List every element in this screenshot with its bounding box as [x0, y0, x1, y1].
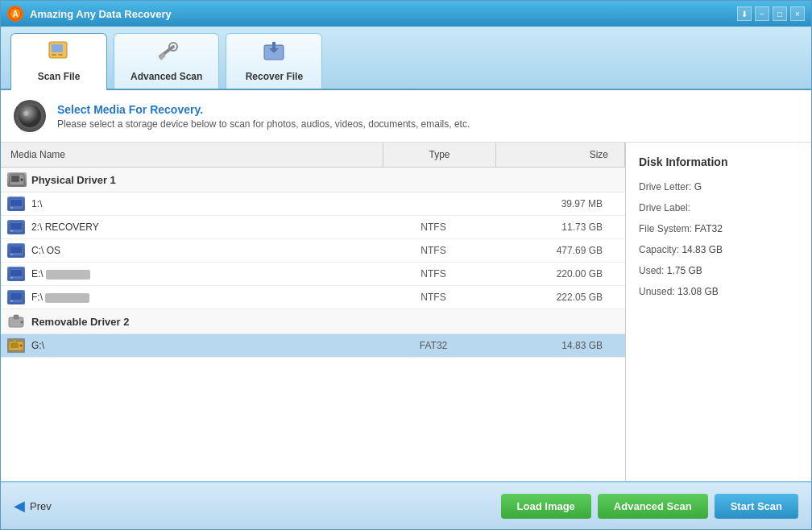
removable-drive-group-icon — [7, 314, 27, 329]
info-text: Select Media For Recovery. Please select… — [57, 103, 470, 130]
disk-info-capacity: Capacity: 14.83 GB — [639, 244, 798, 255]
drive-icon-e — [7, 267, 25, 281]
table-row[interactable]: 1:\ 39.97 MB — [1, 193, 625, 216]
footer: ◀ Prev Load Image Advanced Scan Start Sc… — [1, 481, 811, 529]
main-content: Select Media For Recovery. Please select… — [1, 90, 811, 481]
drive-icon-g — [7, 338, 25, 353]
table-row[interactable]: E:\ NTFS 220.00 GB — [1, 263, 625, 286]
load-image-button[interactable]: Load Image — [501, 494, 591, 519]
scan-file-icon — [46, 40, 72, 68]
recover-file-icon — [261, 40, 287, 68]
drive-icon-c — [7, 243, 25, 258]
table-row[interactable]: G:\ FAT32 14.83 GB — [1, 334, 625, 358]
drive-e-name: E:\ — [31, 268, 377, 279]
svg-rect-36 — [13, 340, 17, 343]
svg-point-16 — [21, 179, 23, 181]
table-body: Physical Driver 1 1:\ — [1, 168, 625, 481]
svg-rect-27 — [10, 270, 22, 276]
title-bar: A Amazing Any Data Recovery ⬇ − □ × — [1, 1, 811, 27]
maximize-button[interactable]: □ — [773, 6, 787, 21]
drive-icon-2 — [7, 220, 25, 234]
drive-2-type: NTFS — [377, 222, 490, 233]
svg-rect-3 — [52, 44, 63, 52]
drive-icon-f — [7, 290, 25, 304]
table-row[interactable]: F:\ NTFS 222.05 GB — [1, 286, 625, 309]
disk-info-panel: Disk Information Drive Letter: G Drive L… — [626, 143, 811, 481]
window-controls: ⬇ − □ × — [737, 6, 805, 21]
svg-point-34 — [21, 321, 23, 324]
svg-rect-4 — [52, 54, 56, 56]
svg-rect-24 — [10, 246, 22, 253]
file-list-panel: Media Name Type Size — [1, 143, 626, 481]
app-title: Amazing Any Data Recovery — [30, 8, 737, 20]
disk-info-drive-letter: Drive Letter: G — [639, 181, 798, 193]
drive-2-size: 11.73 GB — [490, 222, 619, 233]
tab-recover-file[interactable]: Recover File — [226, 33, 322, 89]
close-button[interactable]: × — [790, 6, 805, 21]
tab-scan-file-label: Scan File — [38, 71, 81, 82]
group-removable-driver-2-label: Removable Driver 2 — [31, 316, 129, 328]
disk-info-used: Used: 1.75 GB — [639, 265, 798, 276]
group-removable-driver-2: Removable Driver 2 — [1, 309, 625, 334]
svg-rect-25 — [10, 254, 13, 255]
tab-recover-file-label: Recover File — [246, 71, 303, 82]
download-button[interactable]: ⬇ — [737, 6, 752, 21]
tab-bar: Scan File Advanced Scan Recover File — [1, 27, 811, 90]
table-header: Media Name Type Size — [1, 143, 625, 168]
svg-point-38 — [20, 345, 23, 347]
drive-c-size: 477.69 GB — [490, 245, 619, 256]
drive-e-type: NTFS — [377, 268, 490, 279]
col-header-name: Media Name — [1, 143, 383, 167]
drive-2-name: 2:\ RECOVERY — [31, 222, 377, 233]
advanced-scan-button[interactable]: Advanced Scan — [598, 494, 708, 519]
drive-g-name: G:\ — [31, 340, 377, 351]
svg-rect-14 — [11, 176, 19, 182]
table-row[interactable]: C:\ OS NTFS 477.69 GB — [1, 239, 625, 263]
svg-rect-19 — [10, 207, 13, 209]
svg-rect-30 — [10, 293, 22, 300]
disk-info-file-system: File System: FAT32 — [639, 223, 798, 234]
drive-1-name: 1:\ — [31, 198, 377, 209]
drive-f-type: NTFS — [377, 292, 490, 303]
disk-info-unused: Unused: 13.08 GB — [639, 286, 798, 297]
drive-g-type: FAT32 — [377, 340, 490, 351]
prev-button[interactable]: ◀ Prev — [14, 497, 52, 515]
table-row[interactable]: 2:\ RECOVERY NTFS 11.73 GB — [1, 216, 625, 239]
col-header-size: Size — [496, 143, 625, 167]
svg-rect-5 — [58, 54, 63, 56]
drive-e-size: 220.00 GB — [490, 268, 619, 279]
svg-point-11 — [19, 105, 41, 127]
tab-advanced-scan[interactable]: Advanced Scan — [114, 33, 219, 89]
info-banner: Select Media For Recovery. Please select… — [1, 90, 811, 143]
drive-icon-1 — [7, 197, 25, 211]
info-icon — [14, 100, 46, 132]
svg-rect-28 — [10, 277, 13, 279]
start-scan-button[interactable]: Start Scan — [715, 494, 798, 519]
prev-arrow-icon: ◀ — [14, 497, 25, 515]
info-subtitle: Please select a storage device below to … — [57, 118, 470, 130]
advanced-scan-icon — [154, 40, 180, 68]
group-physical-driver-1-label: Physical Driver 1 — [31, 174, 116, 186]
disk-info-drive-label: Drive Label: — [639, 202, 798, 213]
minimize-button[interactable]: − — [755, 6, 769, 21]
drive-f-size: 222.05 GB — [490, 292, 619, 303]
drive-c-type: NTFS — [377, 245, 490, 256]
tab-scan-file[interactable]: Scan File — [10, 33, 107, 90]
svg-rect-37 — [10, 343, 19, 348]
svg-rect-21 — [10, 223, 22, 230]
svg-text:A: A — [12, 10, 18, 19]
prev-label: Prev — [30, 500, 52, 512]
svg-rect-18 — [10, 200, 22, 206]
info-title: Select Media For Recovery. — [57, 103, 470, 116]
svg-rect-31 — [10, 300, 13, 302]
physical-drive-icon — [7, 172, 27, 187]
disk-info-title: Disk Information — [639, 155, 798, 168]
content-area: Media Name Type Size — [1, 143, 811, 481]
svg-rect-22 — [10, 230, 13, 232]
drive-1-size: 39.97 MB — [490, 198, 619, 209]
drive-f-name: F:\ — [31, 292, 377, 303]
drive-c-name: C:\ OS — [31, 245, 377, 256]
app-window: A Amazing Any Data Recovery ⬇ − □ × Scan… — [0, 0, 812, 530]
svg-rect-33 — [14, 315, 19, 319]
col-header-type: Type — [383, 143, 496, 167]
